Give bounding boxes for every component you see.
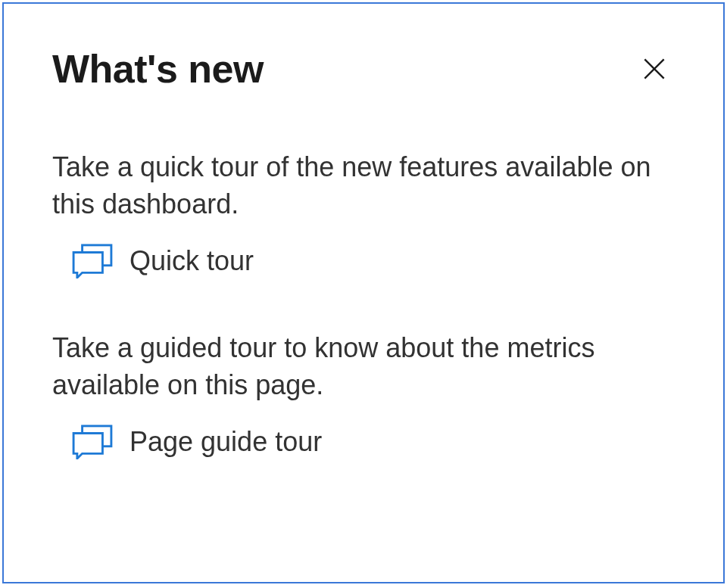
page-guide-label: Page guide tour xyxy=(129,426,322,458)
close-icon xyxy=(640,54,669,83)
quick-tour-label: Quick tour xyxy=(129,245,254,277)
chat-bubble-icon xyxy=(72,425,113,459)
panel-header: What's new xyxy=(52,46,675,92)
close-button[interactable] xyxy=(634,48,675,89)
page-guide-description: Take a guided tour to know about the met… xyxy=(52,330,675,403)
chat-bubble-icon xyxy=(72,244,113,278)
page-guide-tour-link[interactable]: Page guide tour xyxy=(52,425,675,459)
quick-tour-link[interactable]: Quick tour xyxy=(52,244,675,278)
panel-title: What's new xyxy=(52,46,264,92)
quick-tour-description: Take a quick tour of the new features av… xyxy=(52,149,675,222)
page-guide-section: Take a guided tour to know about the met… xyxy=(52,330,675,459)
quick-tour-section: Take a quick tour of the new features av… xyxy=(52,149,675,278)
whats-new-panel: What's new Take a quick tour of the new … xyxy=(2,2,725,583)
